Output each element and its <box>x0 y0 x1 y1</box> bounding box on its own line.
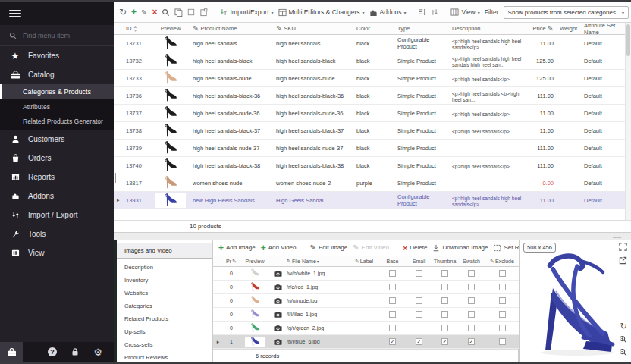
image-row[interactable]: 0 /r/e/red_1.jpg <box>213 281 519 294</box>
tab-cross-sells[interactable]: Cross-sells <box>117 338 212 351</box>
tab-related-products[interactable]: Related Products <box>117 312 212 325</box>
edit-video-button[interactable]: ✎Edit Video <box>353 243 389 252</box>
swatch-checkbox[interactable] <box>468 311 475 318</box>
thumbnail-checkbox[interactable] <box>441 270 448 277</box>
small-checkbox[interactable] <box>416 311 422 318</box>
column-header-label[interactable]: ✎Label <box>349 259 379 265</box>
image-row[interactable]: 0 /w/h/white_1.jpg <box>213 267 519 281</box>
add-image-button[interactable]: +Add Image <box>218 243 256 253</box>
tab-inventory[interactable]: Inventory <box>117 274 212 287</box>
tab-categories[interactable]: Categories <box>117 300 212 312</box>
cell-camera[interactable] <box>270 311 285 318</box>
column-header-type[interactable]: Type <box>394 25 449 32</box>
exclude-checkbox[interactable] <box>499 297 506 304</box>
thumbnail-checkbox[interactable] <box>441 297 448 304</box>
column-header-product-name[interactable]: ✎Product Name <box>190 24 273 33</box>
sidebar-item-customers[interactable]: Customers <box>0 130 114 149</box>
column-header-pr[interactable]: Pr✎ <box>223 259 240 265</box>
sidebar-item-reports[interactable]: Reports <box>0 168 114 187</box>
zoom-in-button[interactable] <box>619 335 627 344</box>
delete-image-button[interactable]: ×Delete <box>403 243 428 253</box>
settings-button[interactable]: ⚙ <box>86 342 109 362</box>
help-button[interactable]: ? <box>41 342 64 362</box>
add-product-button[interactable]: + <box>131 7 137 17</box>
swatch-checkbox[interactable]: ✓ <box>468 338 475 345</box>
sidebar-item-favorites[interactable]: ★ Favorites <box>0 46 114 65</box>
base-checkbox[interactable] <box>389 284 396 290</box>
small-checkbox[interactable] <box>416 297 422 304</box>
menu-search-input[interactable] <box>23 32 99 39</box>
exclude-checkbox[interactable] <box>499 284 506 290</box>
base-checkbox[interactable] <box>389 270 396 277</box>
thumbnail-checkbox[interactable]: ✓ <box>441 338 448 345</box>
exclude-checkbox[interactable] <box>499 325 506 331</box>
panel-collapse-handle[interactable] <box>115 173 121 183</box>
table-row[interactable]: 13731 high heel sandals high heel sandal… <box>114 35 625 52</box>
edit-image-button[interactable]: ✎Edit Image <box>310 243 348 252</box>
cell-camera[interactable] <box>270 325 285 331</box>
sidebar-item-categories-products[interactable]: Categories & Products <box>0 84 114 99</box>
paste-button[interactable] <box>199 8 208 17</box>
row-expander-icon[interactable]: ▸ <box>117 197 120 203</box>
addons-menu[interactable]: Addons▾ <box>369 8 407 17</box>
thumbnail-checkbox[interactable] <box>441 284 448 290</box>
column-header-description[interactable]: Description <box>449 25 525 32</box>
column-header-base[interactable]: Base <box>379 259 406 264</box>
scrollbar-thumb[interactable] <box>626 24 630 56</box>
table-row[interactable]: ▸ 13931 new High Heels Sandals High Geel… <box>114 192 625 209</box>
column-header-id[interactable]: ID <box>123 25 152 32</box>
column-header-attribute-set[interactable]: Attribute Set Name <box>581 22 625 36</box>
swatch-checkbox[interactable] <box>468 325 475 331</box>
multi-editors-menu[interactable]: Multi Editors & Changers▾ <box>278 8 365 17</box>
image-row[interactable]: ▸ 1 /b/l/blue_6.jpg ✓✓✓✓ <box>213 335 519 349</box>
row-expander-icon[interactable]: ▸ <box>217 339 220 345</box>
column-header-exclude[interactable]: ✎Exclude <box>485 259 519 265</box>
swatch-checkbox[interactable] <box>468 297 475 304</box>
table-row[interactable]: 13739 high heel sandals-nude-37 high hee… <box>114 140 625 157</box>
tab-websites[interactable]: Websites <box>117 287 212 300</box>
view-menu[interactable]: View▾ <box>450 8 479 16</box>
column-header-preview[interactable]: Preview <box>240 259 270 264</box>
table-row[interactable]: 13738 high heel sandals-black-37 high he… <box>114 122 625 140</box>
vertical-scrollbar[interactable] <box>625 23 631 233</box>
refresh-button[interactable]: ↻ <box>119 7 127 17</box>
column-header-color[interactable]: Color <box>353 25 394 32</box>
tab-images-and-video[interactable]: Images and Video <box>117 243 212 259</box>
thumbnail-checkbox[interactable] <box>441 325 448 331</box>
table-row[interactable]: 13817 women shoes-nude women shoes-nude-… <box>114 174 625 192</box>
swatch-checkbox[interactable] <box>468 270 475 277</box>
column-header-preview[interactable]: Preview <box>152 25 190 32</box>
sidebar-item-import-export[interactable]: Import / Export <box>0 206 114 224</box>
download-image-button[interactable]: Download Image <box>432 244 488 252</box>
sidebar-item-tools[interactable]: Tools <box>0 224 114 243</box>
base-checkbox[interactable] <box>389 311 396 318</box>
small-checkbox[interactable]: ✓ <box>416 338 422 345</box>
exclude-checkbox[interactable] <box>499 311 506 318</box>
zoom-out-button[interactable] <box>619 348 627 356</box>
small-checkbox[interactable] <box>416 270 422 277</box>
filter-select[interactable]: Show products from selected categories▾ <box>504 6 629 19</box>
import-export-menu[interactable]: Import/Export▾ <box>220 8 273 16</box>
menu-search[interactable] <box>0 25 114 46</box>
small-checkbox[interactable] <box>416 325 422 331</box>
table-row[interactable]: 13737 high heel sandals-nude-36 high hee… <box>114 105 625 122</box>
add-video-button[interactable]: +Add Video <box>261 243 297 253</box>
fullscreen-button[interactable] <box>619 243 627 251</box>
small-checkbox[interactable] <box>416 284 422 290</box>
edit-product-button[interactable]: ✎ <box>141 8 147 17</box>
base-checkbox[interactable] <box>389 325 396 331</box>
column-header-thumbnail[interactable]: Thumbna <box>432 259 457 264</box>
thumbnail-checkbox[interactable] <box>441 311 448 318</box>
image-row[interactable]: 0 /l/i/lilac_1.jpg <box>213 308 519 322</box>
cell-camera[interactable] <box>270 338 285 345</box>
column-header-price[interactable]: Price✎ <box>525 24 557 33</box>
cell-camera[interactable] <box>270 270 285 277</box>
cell-camera[interactable] <box>270 284 285 290</box>
sort-az-button[interactable] <box>418 8 426 16</box>
base-checkbox[interactable] <box>389 297 396 304</box>
select-cell-button[interactable] <box>187 8 195 16</box>
sidebar-item-orders[interactable]: Orders <box>0 149 114 168</box>
sidebar-item-attributes[interactable]: Attributes <box>0 99 114 114</box>
table-row[interactable]: 13736 high heel sandals-black-36 high he… <box>114 87 625 105</box>
search-button[interactable] <box>162 8 170 17</box>
